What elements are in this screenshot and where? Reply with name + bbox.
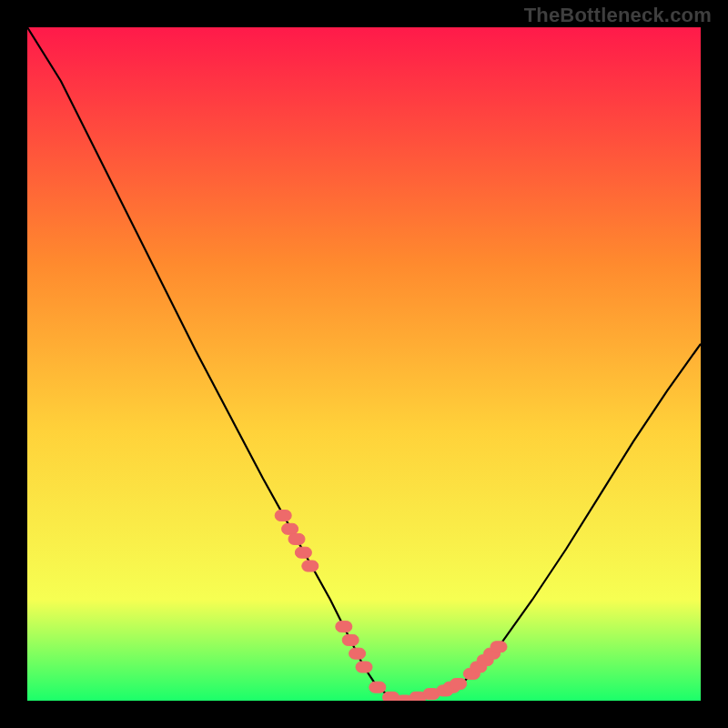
- marker-point: [450, 679, 467, 690]
- marker-point: [275, 511, 291, 521]
- marker-point: [295, 547, 311, 558]
- marker-point: [282, 523, 298, 534]
- marker-point: [288, 533, 305, 544]
- marker-point: [336, 622, 352, 632]
- marker-point: [369, 682, 386, 693]
- chart-svg: [27, 27, 701, 701]
- gradient-background: [27, 27, 701, 701]
- chart-container: TheBottleneck.com: [0, 0, 728, 728]
- watermark-text: TheBottleneck.com: [524, 4, 712, 27]
- marker-point: [356, 662, 372, 672]
- marker-point: [349, 648, 366, 659]
- marker-point: [490, 642, 507, 652]
- marker-point: [342, 634, 359, 645]
- plot-area: [27, 27, 701, 701]
- marker-point: [302, 561, 318, 571]
